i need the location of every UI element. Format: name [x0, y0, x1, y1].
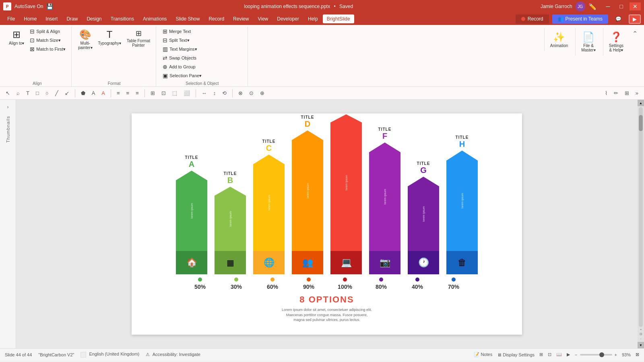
scroll-up-button[interactable]: ▲	[638, 100, 644, 106]
multi-painter-button[interactable]: 🎨 Multi-painter▾	[76, 27, 95, 51]
circle-tool[interactable]: ○	[43, 89, 51, 97]
toggle-thumbnails-button[interactable]: ›	[4, 103, 12, 111]
scrollbar-right[interactable]: ▲ + ⊡ - ▼	[638, 100, 644, 348]
typography-button[interactable]: T Typography▾	[96, 27, 124, 47]
menu-slideshow[interactable]: Slide Show	[171, 14, 204, 23]
menu-view[interactable]: View	[254, 14, 272, 23]
mask-tool[interactable]: ⊙	[247, 89, 256, 97]
zoom-out-button[interactable]: -	[640, 337, 642, 340]
connector-tool[interactable]: ⌇	[603, 89, 610, 97]
present-button[interactable]: ▶	[629, 14, 641, 24]
share-icon[interactable]: ✏️	[588, 3, 597, 10]
accessibility-indicator[interactable]: ⚠ Accessibility: Investigate	[146, 352, 200, 357]
menu-review[interactable]: Review	[229, 14, 253, 23]
slide-area[interactable]: TITLE A lorem ipsum 🏠 TITLE B lorem ipsu…	[16, 100, 638, 348]
present-teams-button[interactable]: 👥 Present in Teams	[552, 14, 609, 24]
group-tool[interactable]: ⊞	[148, 89, 157, 97]
table-format-painter-button[interactable]: ⊞ Table FormatPainter	[124, 27, 153, 49]
align-to-button[interactable]: ⊞ Align to▾	[6, 27, 27, 47]
flip-vertical[interactable]: ↕	[211, 89, 219, 97]
record-button[interactable]: Record	[516, 14, 549, 24]
rotate[interactable]: ⟲	[220, 89, 229, 97]
menu-help[interactable]: Help	[304, 14, 322, 23]
menu-animations[interactable]: Animations	[139, 14, 171, 23]
zoom-out-status[interactable]: −	[575, 352, 577, 357]
merge-text-button[interactable]: ⊞Merge Text	[160, 27, 244, 35]
share-button[interactable]: 💬	[611, 14, 625, 24]
shape-fill-tool[interactable]: ⬟	[78, 89, 88, 97]
menu-brightslide[interactable]: BrightSlide	[323, 14, 354, 23]
add-to-group-button[interactable]: ⊕Add to Group	[160, 63, 244, 71]
format-label: Format	[108, 80, 121, 86]
zoom-control[interactable]: − +	[575, 352, 617, 357]
close-button[interactable]: ✕	[630, 2, 641, 10]
table-tool[interactable]: ⊞	[622, 89, 632, 97]
menu-bar: File Home Insert Draw Design Transitions…	[0, 13, 644, 25]
flip-horizontal[interactable]: ↔	[199, 89, 209, 97]
menu-insert[interactable]: Insert	[41, 14, 62, 23]
align-left[interactable]: ≡	[114, 89, 122, 97]
menu-design[interactable]: Design	[83, 14, 105, 23]
scroll-thumb[interactable]	[639, 115, 643, 131]
zoom-thumb[interactable]	[599, 352, 604, 357]
file-master-button[interactable]: 📄 File &Master▾	[579, 30, 598, 54]
settings-help-button[interactable]: ❓ Settings& Help▾	[607, 30, 626, 54]
animation-button[interactable]: ✨ Animation	[548, 30, 570, 49]
lasso-tool[interactable]: ⌕	[14, 89, 22, 97]
more-tools[interactable]: ⊕	[258, 89, 267, 97]
reading-view-button[interactable]: 📖	[556, 352, 562, 357]
scroll-down-button[interactable]: ▼	[638, 342, 644, 348]
menu-record[interactable]: Record	[204, 14, 228, 23]
zoom-in-status[interactable]: +	[615, 352, 617, 357]
display-settings-button[interactable]: 🖥 Display Settings	[497, 352, 535, 357]
align-center[interactable]: ≡	[124, 89, 132, 97]
split-align-button[interactable]: ⊟Split & Align	[27, 27, 68, 35]
align-right[interactable]: ≡	[133, 89, 141, 97]
window-controls[interactable]: ─ □ ✕	[603, 2, 641, 10]
notes-button[interactable]: 📝 Notes	[474, 352, 492, 357]
multi-painter-icon: 🎨	[79, 29, 91, 40]
text-tool[interactable]: T	[24, 89, 32, 97]
pen-tool[interactable]: ✏	[611, 89, 621, 97]
cloud-save-icon[interactable]: 💾	[46, 3, 53, 10]
fit-slide-button[interactable]: ⊠	[636, 352, 639, 357]
line-tool[interactable]: ╱	[53, 89, 61, 97]
shape-outline-tool[interactable]: A	[89, 89, 98, 97]
more-options[interactable]: »	[633, 89, 641, 97]
slide-sorter-button[interactable]: ⊡	[548, 352, 551, 357]
maximize-button[interactable]: □	[617, 2, 626, 10]
fit-page-button[interactable]: ⊡	[640, 332, 642, 336]
zoom-track[interactable]	[580, 354, 612, 356]
selection-pane-button[interactable]: ▣Selection Pane▾	[160, 72, 244, 80]
bring-forward[interactable]: ⬚	[170, 89, 180, 97]
match-size-button[interactable]: ⊡Match Size▾	[27, 36, 68, 44]
toolbar-right: ⌇ ✏ ⊞ »	[603, 89, 641, 97]
match-size-icon: ⊡	[30, 37, 35, 43]
crop-tool[interactable]: ⊗	[236, 89, 245, 97]
zoom-level[interactable]: 93%	[622, 352, 631, 357]
menu-file[interactable]: File	[3, 14, 19, 23]
normal-view-button[interactable]: ⊞	[539, 352, 543, 357]
menu-home[interactable]: Home	[20, 14, 41, 23]
menu-draw[interactable]: Draw	[62, 14, 82, 23]
language-indicator[interactable]: English (United Kingdom)	[80, 352, 139, 357]
menu-transitions[interactable]: Transitions	[107, 14, 138, 23]
match-first-button[interactable]: ⊠Match to First▾	[27, 45, 68, 53]
ungroup-tool[interactable]: ⊡	[159, 89, 168, 97]
zoom-in-button[interactable]: +	[640, 328, 642, 331]
minimize-button[interactable]: ─	[603, 2, 613, 10]
arrow-tool[interactable]: ↙	[62, 89, 72, 97]
swap-objects-button[interactable]: ⇄Swap Objects	[160, 54, 244, 62]
rectangle-tool[interactable]: □	[33, 89, 41, 97]
menu-developer[interactable]: Developer	[273, 14, 303, 23]
text-margins-button[interactable]: ▥Text Margins▾	[160, 45, 244, 53]
ribbon-collapse-button[interactable]: ⌃	[632, 30, 638, 37]
font-color-tool[interactable]: A	[99, 89, 107, 97]
split-text-button[interactable]: ⊟Split Text▾	[160, 36, 244, 44]
slide-show-button[interactable]: ▶	[567, 352, 570, 357]
status-bar: Slide 44 of 44 "BrightCarbon V2" English…	[0, 348, 644, 360]
bar-item-a: TITLE A lorem ipsum 🏠	[173, 155, 210, 274]
select-tool[interactable]: ↖	[3, 89, 12, 97]
autosave-toggle[interactable]: On	[37, 4, 43, 9]
send-backward[interactable]: ⬜	[181, 89, 192, 97]
